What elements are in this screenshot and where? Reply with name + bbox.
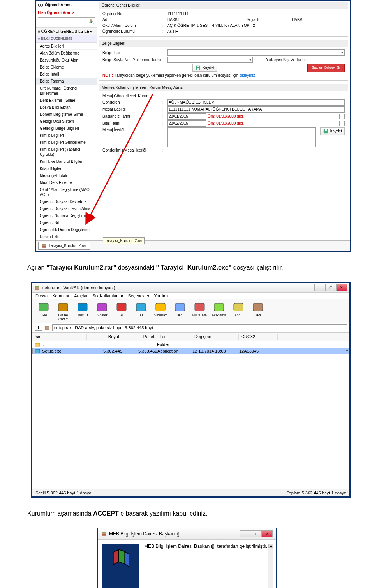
sidebar-item[interactable]: Öğrenci Dosyası Devretme (36, 198, 97, 205)
sidebar-item[interactable]: Çift Numaralı Öğrenci Birleştirme (36, 85, 97, 97)
col-name[interactable]: İsim (32, 334, 87, 340)
menu-item[interactable]: Komutlar (52, 293, 69, 298)
maximize-button[interactable]: ▢ (251, 530, 262, 537)
svg-rect-34 (102, 533, 106, 533)
parent-folder-row[interactable]: .. Folder (32, 341, 349, 348)
sidebar-item[interactable]: Getirdiği Belge Bilgileri (36, 125, 97, 132)
panel-document-info: Belge Bilgileri Belge Tipi: Belge Sayfa … (99, 40, 348, 81)
save-button[interactable]: Kaydet (192, 64, 217, 72)
sidebar-item[interactable]: Kimlik Bilgileri Güncelleme (36, 139, 97, 146)
sidebar-item[interactable]: Dosya Bilgi Ekranı (36, 104, 97, 111)
close-button[interactable]: ✕ (262, 530, 273, 537)
main-content: Öğrenci Genel Bilgileri Öğrenci No:11111… (97, 1, 350, 240)
maximize-button[interactable]: ▢ (325, 284, 336, 291)
col-pack[interactable]: Paket (122, 334, 157, 340)
sidebar-section-edit[interactable]: ■ BİLGİ DÜZENLEME (36, 35, 97, 43)
download-link[interactable]: tıklayınız. (240, 73, 256, 78)
menu-item[interactable]: Yardım (154, 293, 168, 298)
toolbar-button[interactable]: VirüsTara (191, 301, 208, 321)
save-message-button[interactable]: Kaydet (320, 127, 345, 135)
sidebar-item[interactable]: Öğrenci Numara Değiştirme (36, 212, 97, 219)
toolbar-icon (232, 301, 245, 313)
end-date-input[interactable]: 22/02/2015 (167, 120, 206, 127)
sidebar-item[interactable]: Belge İptali (36, 71, 97, 78)
message-content-input[interactable] (167, 127, 316, 147)
col-type[interactable]: Tür (157, 334, 192, 340)
toolbar-icon (115, 301, 128, 313)
sidebar-search-input[interactable] (38, 17, 95, 25)
toolbar-button[interactable]: Konu (229, 301, 247, 321)
sidebar-item[interactable]: Kimlik Bilgileri (36, 132, 97, 139)
address-text[interactable]: setup.rar - RAR arşiv, paketsiz boyut 5.… (52, 324, 347, 331)
sidebar-item[interactable]: Kitap Bilgileri (36, 165, 97, 172)
sidebar-item[interactable]: Belge Ekleme (36, 64, 97, 71)
col-crc[interactable]: CRC32 (239, 334, 278, 340)
sidebar-item[interactable]: Öğrencilik Durum Değiştirme (36, 226, 97, 233)
sidebar-item[interactable]: Ders Ekleme - Silme (36, 97, 97, 104)
calendar-icon[interactable] (339, 114, 345, 119)
sidebar-item[interactable]: Kimlik Bilgileri (Yabancı Uyruklu) (36, 146, 97, 158)
col-date[interactable]: Değişme (192, 334, 239, 340)
sidebar-item[interactable]: Öğrenci Dosyası Teslim Alma (36, 205, 97, 212)
toolbar-button[interactable]: Test Et (74, 301, 92, 321)
sidebar-item[interactable]: Kimlik ve Bandrol Bilgileri (36, 158, 97, 165)
sidebar-search-label: Hızlı Öğrenci Arama (36, 9, 97, 16)
close-button[interactable]: ✕ (336, 284, 347, 291)
sidebar-item[interactable]: Muaf Ders Ekleme (36, 179, 97, 186)
subject-input[interactable]: 1111111111 NUMARALI ÖĞRENCİ BELGE TARAMA (167, 106, 345, 113)
up-button[interactable]: ⬆ (35, 325, 42, 331)
svg-rect-24 (156, 303, 165, 311)
sidebar-item[interactable]: Öğrenci Sil (36, 219, 97, 226)
sidebar-item[interactable]: Okul / Alan Değiştirme (MAOL-AOL) (36, 186, 97, 198)
toolbar-button[interactable]: Sil (113, 301, 131, 321)
svg-marker-36 (113, 550, 119, 565)
svg-rect-30 (45, 327, 49, 330)
menu-item[interactable]: Sık Kullanılanlar (92, 293, 123, 298)
doc-type-select[interactable] (167, 49, 345, 56)
sidebar-item[interactable]: Alan Bölüm Değiştirme (36, 50, 97, 57)
toolbar-button[interactable]: Sihirbaz (152, 301, 169, 321)
doc-page-select[interactable] (167, 57, 253, 63)
sidebar-section-general[interactable]: ■ ÖĞRENCİ GENEL BİLGİLER (36, 27, 97, 35)
sender-input[interactable]: AÖL - MAÖL BİLGİ İŞLEM (167, 99, 345, 106)
menu-item[interactable]: Seçenekler (128, 293, 150, 298)
sidebar-item[interactable]: Resim Ekle (36, 233, 97, 240)
search-field[interactable] (39, 19, 88, 24)
body-paragraph-2: Kurumlum aşamasında ACCEPT e basarak yaz… (27, 509, 347, 518)
menu-item[interactable]: Dosya (35, 293, 48, 298)
minimize-button[interactable]: — (314, 284, 325, 291)
delete-selected-button[interactable]: Seçilen Belgeyi Sil (307, 64, 345, 72)
col-size[interactable]: Boyut (87, 334, 122, 340)
toolbar-button[interactable]: Bilgi (171, 301, 189, 321)
sidebar-item[interactable]: Adres Bilgileri (36, 43, 97, 50)
svg-rect-29 (253, 303, 263, 311)
exe-icon (35, 348, 41, 354)
svg-rect-32 (36, 349, 40, 353)
svg-rect-17 (35, 288, 39, 288)
calendar-icon[interactable] (339, 121, 345, 126)
downloaded-file-tab[interactable]: Tarayici_Kurulum2.rar (38, 242, 90, 250)
sidebar-item[interactable]: Dönem Değiştirme-Silme (36, 111, 97, 118)
toolbar-button[interactable]: Açıklama (210, 301, 228, 321)
start-date-input[interactable]: 22/01/2015 (167, 113, 206, 120)
minimize-button[interactable]: — (240, 530, 251, 537)
toolbar-icon (135, 301, 147, 313)
menu-item[interactable]: Araçlar (74, 293, 88, 298)
toolbar-button[interactable]: SFX (249, 301, 267, 321)
sidebar-item[interactable]: Belge Tarama (36, 78, 97, 85)
toolbar: EkleDizine ÇıkartTest EtGösterSilBulSihi… (32, 299, 349, 323)
sidebar-item[interactable]: Geldiği Okul Sistem (36, 118, 97, 125)
svg-rect-8 (197, 68, 199, 70)
toolbar-button[interactable]: Dizine Çıkart (54, 301, 72, 321)
toolbar-button[interactable]: Ekle (35, 301, 53, 321)
scrollbar[interactable] (268, 544, 273, 588)
status-left: Seçili 5.362.445 bayt 1 dosya (35, 491, 92, 495)
taskbar: Tarayici_Kurulum2.rar Tarayici_Kurulum2.… (36, 240, 350, 251)
svg-rect-19 (58, 303, 68, 311)
sidebar-item[interactable]: Başvurduğu Okul Alan (36, 57, 97, 64)
file-row-setup-exe[interactable]: Setup.exe 5.362.445 5.330.462 Applicatio… (32, 348, 349, 354)
toolbar-button[interactable]: Bul (132, 301, 150, 321)
sidebar-item[interactable]: Mezuniyet İptali (36, 172, 97, 179)
toolbar-button[interactable]: Göster (93, 301, 111, 321)
menubar: DosyaKomutlarAraçlarSık KullanılanlarSeç… (32, 293, 349, 299)
